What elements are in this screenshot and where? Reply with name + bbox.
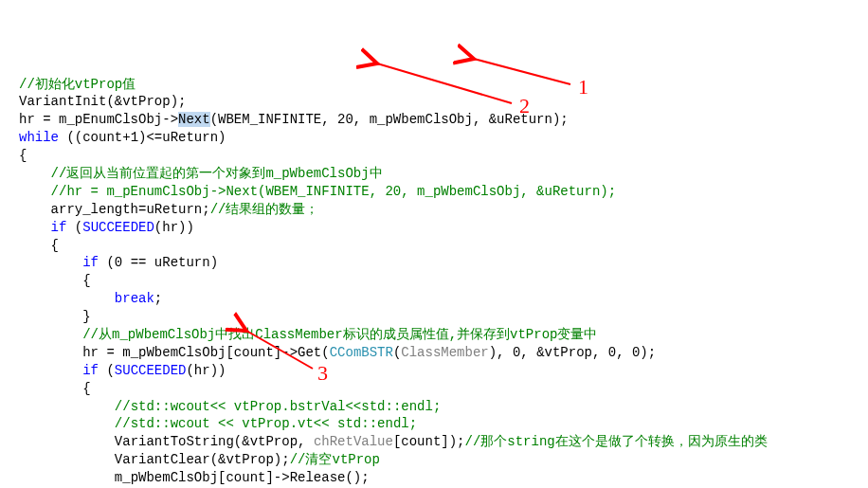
code-line: (WBEM_INFINITE, 20, m_pWbemClsObj, &uRet… [210, 112, 569, 127]
macro-succeeded: SUCCEEDED [115, 363, 187, 378]
code-line: (hr)) [154, 220, 194, 235]
code-line: [count]); [393, 434, 465, 449]
brace: { [82, 273, 90, 288]
code-line: ; [154, 291, 162, 306]
param-grey: ClassMember [401, 345, 488, 360]
macro-succeeded: SUCCEEDED [82, 220, 154, 235]
code-line: VariantToString(&vtProp, [115, 434, 314, 449]
code-line: ( [99, 363, 115, 378]
code-line: =uReturn; [138, 202, 210, 217]
code-line: ( [66, 220, 82, 235]
code-block: //初始化vtProp值 VariantInit(&vtProp); hr = … [19, 76, 868, 488]
code-line: ), 0, &vtProp, 0, 0); [489, 345, 656, 360]
code-line: arry_length [51, 202, 138, 217]
keyword-if: if [82, 255, 99, 270]
comment: //返回从当前位置起的第一个对象到m_pWbemClsObj中 [51, 166, 383, 181]
code-line: ((count+1)<=uReturn) [59, 130, 226, 145]
keyword-if: if [51, 220, 67, 235]
code-line: (0 == uReturn) [99, 255, 218, 270]
param-grey: chRetValue [314, 434, 393, 449]
comment: //从m_pWbemClsObj中找出ClassMember标识的成员属性值,并… [82, 327, 597, 342]
selected-text[interactable]: Next [178, 112, 210, 127]
type-ccombstr: CComBSTR [330, 345, 393, 360]
brace: { [51, 238, 59, 253]
comment: //清空vtProp [290, 452, 380, 467]
keyword-while: while [19, 130, 59, 145]
code-line: hr = m_pEnumClsObj-> [19, 112, 178, 127]
brace: { [19, 148, 27, 163]
code-line: VariantClear(&vtProp); [115, 452, 290, 467]
keyword-if: if [82, 363, 99, 378]
brace: { [82, 381, 90, 396]
comment: //结果组的数量； [210, 202, 319, 217]
keyword-break: break [115, 291, 154, 306]
code-line: VariantInit(&vtProp); [19, 94, 186, 109]
code-line: hr = m_pWbemClsObj[count]->Get( [82, 345, 329, 360]
code-line: m_pWbemClsObj[count]->Release(); [115, 470, 370, 485]
comment: //std::wcout<< vtProp.bstrVal<<std::endl… [115, 399, 441, 414]
comment: //初始化vtProp值 [19, 77, 136, 92]
comment: //std::wcout << vtProp.vt<< std::endl; [115, 416, 417, 431]
code-line: (hr)) [186, 363, 226, 378]
comment: //hr = m_pEnumClsObj->Next(WBEM_INFINITE… [51, 184, 617, 199]
brace: } [82, 309, 90, 324]
comment: //那个string在这个是做了个转换，因为原生的类 [465, 434, 768, 449]
